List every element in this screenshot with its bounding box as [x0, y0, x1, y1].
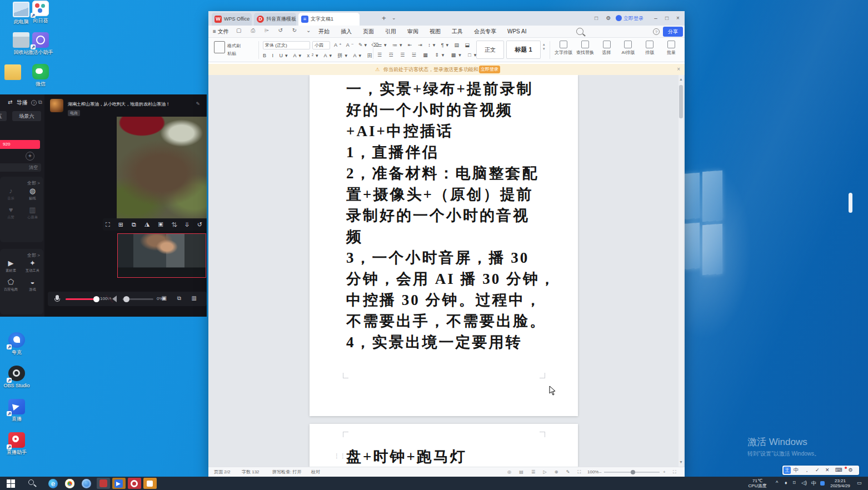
status-proofread[interactable]: 校对 [311, 467, 320, 477]
paste-button[interactable]: 粘贴 [227, 50, 256, 58]
reading-mode-icon[interactable]: □ [591, 11, 602, 26]
desktop-icon-activator[interactable]: ↗ 激活小助手 [21, 32, 60, 56]
tool-material-library[interactable]: ▶ 素材库 [0, 259, 22, 273]
search-icon[interactable] [576, 28, 583, 35]
tab-list-caret[interactable]: ⌄ [392, 15, 396, 21]
desktop-icon-obs[interactable]: ↗ OBS Studio [0, 366, 36, 389]
tray-ime-lang-icon[interactable]: 中 [811, 480, 816, 487]
notification-center-icon[interactable]: ▭ [857, 480, 862, 486]
share-button[interactable]: 分享 [663, 27, 683, 37]
settings-gear-icon[interactable]: ⚙ [603, 11, 614, 26]
minimize-button[interactable]: – [650, 11, 661, 26]
ribbon-tab[interactable]: 插入 [335, 26, 357, 38]
screen-edge-handle[interactable] [849, 193, 852, 213]
ribbon-tab[interactable]: 审阅 [402, 26, 424, 38]
tray-volume-icon[interactable]: ◁) [801, 480, 807, 486]
tool-like[interactable]: ♥ 点赞 [0, 206, 22, 220]
tool-music[interactable]: ♪ 音乐 [0, 187, 22, 201]
taskbar-edge[interactable]: e [47, 478, 60, 489]
vertical-scrollbar[interactable]: ▲ ▼ [679, 75, 684, 467]
paragraph-drag-handle[interactable]: ⋮⋮ [334, 453, 346, 459]
popout-icon[interactable]: ⧉ [38, 99, 42, 106]
ribbon-tab[interactable]: 开始 [313, 26, 335, 38]
view-mode-icons[interactable]: ◎ ▤ ☰ ▷ ⊕ ✎ ⛶ [507, 467, 584, 477]
taskbar-app-red[interactable] [97, 478, 110, 489]
scene-item-selected[interactable]: 920 [0, 140, 40, 149]
ribbon-tab[interactable]: 引用 [380, 26, 402, 38]
scene-tab-5[interactable]: 五 [0, 111, 7, 121]
taskbar-browser[interactable] [80, 478, 93, 489]
capture-tools-icons[interactable]: ▣ ⧉ ▥ [161, 295, 201, 302]
font-size-select[interactable]: 小四 [312, 41, 330, 49]
edit-title-icon[interactable]: ✎ [196, 101, 200, 107]
document-area[interactable]: 一，实景+绿布+提前录制好的一个小时的音视频+AI+中控插话1，直播伴侣2，准备… [208, 75, 685, 467]
zoom-in-icon[interactable]: + [663, 467, 666, 477]
taskbar-live-companion-active[interactable] [112, 478, 126, 489]
page-2[interactable]: ⋮⋮ 盘+时钟+跑马灯 [310, 424, 578, 467]
tray-app-icon[interactable] [820, 481, 825, 486]
video-preview-main[interactable] [117, 117, 207, 219]
desktop-icon-quark[interactable]: ↗ 夸克 [0, 332, 36, 356]
desktop-icon-live[interactable]: ↗ 直播 [0, 399, 36, 422]
ribbon-tab[interactable]: 视图 [424, 26, 446, 38]
maximize-button[interactable]: □ [661, 11, 672, 26]
taskbar-chrome[interactable] [63, 478, 77, 489]
taskbar-search-button[interactable] [26, 478, 39, 489]
tray-expand-icon[interactable]: ^ [776, 480, 778, 486]
tray-clock[interactable]: 23:212025/4/29 [828, 477, 852, 490]
scroll-down-icon[interactable]: ▼ [679, 459, 684, 466]
tool-interactive[interactable]: ✦ 互动工具 [22, 259, 43, 273]
tab-active-document[interactable]: ≡ 文字文稿1 [298, 13, 360, 26]
start-button[interactable] [4, 478, 18, 489]
taskbar-app-orange[interactable] [143, 478, 157, 489]
tab-douyin-doc[interactable]: D 抖音直播模板 [254, 13, 296, 26]
style-gallery-spinner[interactable]: ▴▾ [543, 42, 545, 51]
tray-display-icon[interactable]: ⌑ [793, 480, 796, 486]
scroll-up-icon[interactable]: ▲ [679, 76, 684, 83]
scrollbar-thumb[interactable] [679, 85, 683, 118]
ime-toolbar[interactable]: 王 中 ， ✓ ✕ ⌨ ⚙ [782, 466, 859, 475]
file-menu[interactable]: ≡ 文件 [213, 27, 229, 36]
ribbon-tool-button[interactable]: 查找替换 [575, 40, 596, 56]
format-painter-button[interactable]: 格式刷 [227, 42, 256, 50]
tool-ecommerce[interactable]: ⬠ 百应电商 [0, 278, 22, 292]
paragraph-tools-row2[interactable]: ☰ ☲ ☰ ☱ ▦ ⇕▾ ▩▾ □▾ [377, 52, 479, 58]
help-icon[interactable]: ? [653, 28, 660, 35]
scene-tab-6[interactable]: 场景六 [12, 111, 41, 121]
quick-access-icons[interactable]: ▢ ⎙ ⌲ ↺ ↻ ⌄ [236, 27, 315, 34]
tool-games[interactable]: ◒ 游戏 [22, 278, 43, 292]
new-tab-button[interactable]: + [382, 14, 386, 22]
ribbon-tool-button[interactable]: 批量 [661, 40, 682, 56]
ribbon-tool-button[interactable]: AI排版 [617, 40, 638, 56]
close-button[interactable]: × [672, 11, 684, 26]
zoom-out-icon[interactable]: – [599, 467, 601, 477]
desktop-icon-remote[interactable]: ↗ 向日葵 [21, 1, 60, 24]
all-link[interactable]: 全部 > [27, 252, 40, 258]
ribbon-tab[interactable]: WPS AI [502, 26, 532, 38]
paste-icon[interactable] [214, 41, 225, 53]
taskbar-app-ring[interactable] [128, 478, 141, 489]
zoom-slider[interactable] [604, 472, 660, 473]
tray-mic-icon[interactable]: ♦ [785, 480, 787, 486]
all-link[interactable]: 全部 > [27, 180, 40, 186]
tool-sticker[interactable]: ◍ 贴纸 [22, 187, 43, 201]
login-button[interactable]: 立即登录 [616, 11, 643, 26]
zoom-value[interactable]: 100% [587, 467, 598, 477]
ribbon-tab[interactable]: 页面 [357, 26, 380, 38]
video-transform-toolbar[interactable]: ⛶ ⊞ ⧉ ◮ ▣ ⇅ ⇓ ↺ [103, 218, 207, 231]
status-wordcount[interactable]: 字数 132 [242, 467, 260, 477]
desktop-icon-livered[interactable]: ↗ 直播助手 [0, 432, 36, 456]
style-heading1[interactable]: 标题 1 [506, 41, 541, 59]
banner-close-icon[interactable]: × [677, 64, 680, 75]
ribbon-tool-button[interactable]: 排版 [639, 40, 660, 56]
video-source-selected[interactable] [117, 233, 206, 278]
font-name-select[interactable]: 宋体 (正文) [263, 41, 310, 49]
help-icon[interactable]: ? [31, 100, 37, 106]
fit-page-icon[interactable]: ⛶ [673, 467, 676, 477]
speaker-volume-slider[interactable] [122, 298, 153, 300]
ribbon-tab[interactable]: 会员专享 [468, 26, 502, 38]
style-normal[interactable]: 正文 [476, 41, 504, 59]
ribbon-tab[interactable]: 工具 [446, 26, 468, 38]
ribbon-tool-button[interactable]: 文字排版 [553, 40, 574, 56]
ribbon-tool-button[interactable]: 选择 [596, 40, 617, 56]
